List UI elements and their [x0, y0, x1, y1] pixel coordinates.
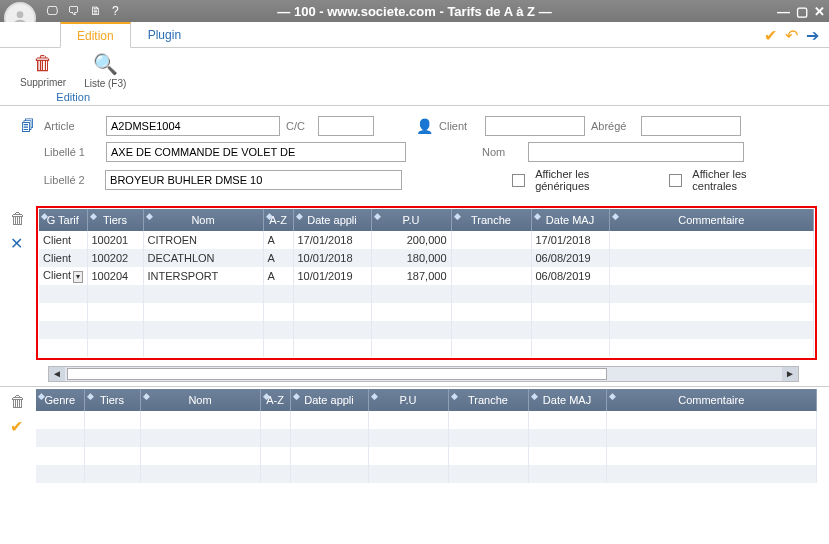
sort-icon[interactable]: ◆ — [41, 211, 48, 221]
scroll-thumb[interactable] — [67, 368, 607, 380]
svg-point-0 — [17, 11, 24, 18]
grid1-wrap: 🗑 ✕ ◆G Tarif ◆Tiers ◆Nom ◆A-Z ◆Date appl… — [0, 206, 829, 360]
libelle2-input[interactable] — [105, 170, 401, 190]
chat-icon[interactable]: 🗨 — [68, 4, 80, 18]
maximize-icon[interactable]: ▢ — [796, 4, 808, 19]
tab-plugin[interactable]: Plugin — [131, 22, 198, 47]
col-tranche[interactable]: ◆Tranche — [448, 389, 528, 411]
minimize-icon[interactable]: — — [777, 4, 790, 19]
afficher-generiques-checkbox[interactable] — [512, 174, 525, 187]
col-commentaire[interactable]: ◆Commentaire — [609, 209, 814, 231]
table-row[interactable] — [39, 303, 814, 321]
horizontal-scrollbar[interactable]: ◄ ► — [48, 366, 799, 382]
article-icon: 🗐 — [18, 118, 38, 134]
table-row[interactable] — [39, 339, 814, 357]
supprimer-button[interactable]: 🗑 Supprimer — [20, 52, 66, 89]
supprimer-label: Supprimer — [20, 77, 66, 88]
cc-input[interactable] — [318, 116, 374, 136]
grid1-cancel-icon[interactable]: ✕ — [10, 234, 26, 253]
confirm-icon[interactable]: ✔ — [764, 26, 777, 45]
grid2-delete-icon[interactable]: 🗑 — [10, 393, 26, 411]
col-az[interactable]: ◆A-Z — [260, 389, 290, 411]
trash-icon: 🗑 — [33, 52, 53, 75]
sort-icon[interactable]: ◆ — [146, 211, 153, 221]
col-tranche[interactable]: ◆Tranche — [451, 209, 531, 231]
grid1-highlight: ◆G Tarif ◆Tiers ◆Nom ◆A-Z ◆Date appli ◆P… — [36, 206, 817, 360]
client-icon: 👤 — [416, 118, 433, 134]
sort-icon[interactable]: ◆ — [612, 211, 619, 221]
sort-icon[interactable]: ◆ — [296, 211, 303, 221]
sort-icon[interactable]: ◆ — [266, 211, 273, 221]
col-az[interactable]: ◆A-Z — [263, 209, 293, 231]
sort-icon[interactable]: ◆ — [609, 391, 616, 401]
window-title: — 100 - www.societe.com - Tarifs de A à … — [277, 4, 551, 19]
scroll-left-icon[interactable]: ◄ — [49, 367, 65, 381]
table-row[interactable] — [36, 429, 817, 447]
scroll-right-icon[interactable]: ► — [782, 367, 798, 381]
cc-label: C/C — [286, 120, 312, 132]
table-row[interactable] — [39, 321, 814, 339]
grid1-delete-icon[interactable]: 🗑 — [10, 210, 26, 228]
table-row[interactable] — [36, 447, 817, 465]
col-nom[interactable]: ◆Nom — [143, 209, 263, 231]
nom-label: Nom — [482, 146, 522, 158]
next-icon[interactable]: ➔ — [806, 26, 819, 45]
undo-icon[interactable]: ↶ — [785, 26, 798, 45]
monitor-icon[interactable]: 🖵 — [46, 4, 58, 18]
table-row[interactable]: Client100202DECATHLONA10/01/2018180,0000… — [39, 249, 814, 267]
table-row[interactable] — [36, 465, 817, 483]
sort-icon[interactable]: ◆ — [293, 391, 300, 401]
sort-icon[interactable]: ◆ — [87, 391, 94, 401]
col-tiers[interactable]: ◆Tiers — [87, 209, 143, 231]
titlebar: 🖵 🗨 🗎 ? — 100 - www.societe.com - Tarifs… — [0, 0, 829, 22]
sort-icon[interactable]: ◆ — [374, 211, 381, 221]
col-date-appli[interactable]: ◆Date appli — [290, 389, 368, 411]
sort-icon[interactable]: ◆ — [531, 391, 538, 401]
table-row[interactable] — [39, 285, 814, 303]
dropdown-icon[interactable]: ▾ — [73, 271, 83, 283]
table-row[interactable]: Client▾100204INTERSPORTA10/01/2019187,00… — [39, 267, 814, 285]
grid2-confirm-icon[interactable]: ✔ — [10, 417, 26, 436]
help-icon[interactable]: ? — [112, 4, 119, 18]
window-controls: — ▢ ✕ — [777, 4, 825, 19]
document-icon[interactable]: 🗎 — [90, 4, 102, 18]
abrege-input[interactable] — [641, 116, 741, 136]
client-input[interactable] — [485, 116, 585, 136]
col-gtarif[interactable]: ◆G Tarif — [39, 209, 87, 231]
sort-icon[interactable]: ◆ — [143, 391, 150, 401]
col-pu[interactable]: ◆P.U — [368, 389, 448, 411]
libelle1-label: Libellé 1 — [44, 146, 100, 158]
afficher-centrales-checkbox[interactable] — [669, 174, 682, 187]
article-input[interactable] — [106, 116, 280, 136]
col-tiers[interactable]: ◆Tiers — [84, 389, 140, 411]
tabs-row: Edition Plugin ✔ ↶ ➔ — [0, 22, 829, 48]
col-nom[interactable]: ◆Nom — [140, 389, 260, 411]
nom-input[interactable] — [528, 142, 744, 162]
col-date-appli[interactable]: ◆Date appli — [293, 209, 371, 231]
sort-icon[interactable]: ◆ — [90, 211, 97, 221]
libelle1-input[interactable] — [106, 142, 406, 162]
col-genre[interactable]: ◆Genre — [36, 389, 84, 411]
col-date-maj[interactable]: ◆Date MAJ — [531, 209, 609, 231]
sort-icon[interactable]: ◆ — [534, 211, 541, 221]
col-commentaire[interactable]: ◆Commentaire — [606, 389, 817, 411]
col-date-maj[interactable]: ◆Date MAJ — [528, 389, 606, 411]
search-icon: 🔍 — [93, 52, 118, 76]
sort-icon[interactable]: ◆ — [451, 391, 458, 401]
abrege-label: Abrégé — [591, 120, 635, 132]
sort-icon[interactable]: ◆ — [38, 391, 45, 401]
liste-button[interactable]: 🔍 Liste (F3) — [84, 52, 126, 89]
sort-icon[interactable]: ◆ — [454, 211, 461, 221]
client-label: Client — [439, 120, 479, 132]
col-pu[interactable]: ◆P.U — [371, 209, 451, 231]
sort-icon[interactable]: ◆ — [263, 391, 270, 401]
article-label: Article — [44, 120, 100, 132]
table-row[interactable]: Client100201CITROENA17/01/2018200,00017/… — [39, 231, 814, 249]
table-row[interactable] — [36, 411, 817, 429]
toolbar: 🗑 Supprimer 🔍 Liste (F3) Edition — [0, 48, 829, 106]
grid1: ◆G Tarif ◆Tiers ◆Nom ◆A-Z ◆Date appli ◆P… — [39, 209, 814, 357]
toolbar-group-label: Edition — [56, 91, 90, 103]
sort-icon[interactable]: ◆ — [371, 391, 378, 401]
close-icon[interactable]: ✕ — [814, 4, 825, 19]
tab-edition[interactable]: Edition — [60, 22, 131, 48]
